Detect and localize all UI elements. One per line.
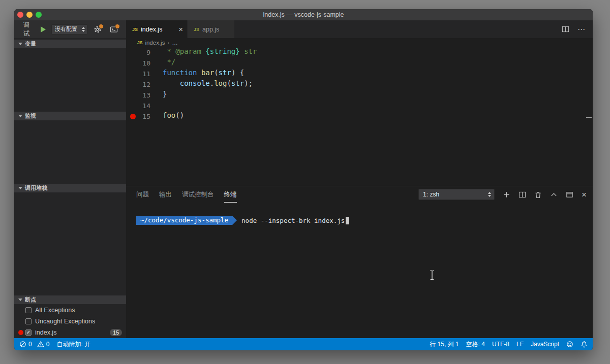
terminal-select-value: 1: zsh bbox=[423, 191, 488, 198]
eol-status[interactable]: LF bbox=[516, 341, 524, 348]
debug-console-button[interactable] bbox=[110, 25, 118, 34]
javascript-file-icon: JS bbox=[194, 27, 199, 32]
checkbox-unchecked[interactable] bbox=[25, 318, 32, 324]
mouse-cursor bbox=[429, 270, 436, 281]
line-number[interactable]: 14 bbox=[126, 101, 150, 111]
split-editor-button[interactable] bbox=[562, 25, 569, 33]
code-line[interactable] bbox=[163, 101, 583, 111]
line-number[interactable]: 12 bbox=[126, 79, 150, 90]
bottom-panel: 问题 输出 调试控制台 终端 1: zsh bbox=[126, 186, 593, 338]
select-stepper-icon bbox=[82, 27, 85, 32]
bell-icon bbox=[581, 341, 588, 348]
section-title: 调用堆栈 bbox=[25, 184, 47, 192]
editor-tab-app-js[interactable]: JS app.js bbox=[188, 20, 234, 38]
breadcrumb[interactable]: JS index.js › … bbox=[126, 38, 593, 47]
code-line[interactable]: console.log(str); bbox=[163, 79, 583, 90]
section-variables[interactable]: 变量 bbox=[14, 40, 126, 48]
breakpoint-item-index-js[interactable]: ✓ index.js 15 bbox=[14, 327, 126, 338]
gear-notification-badge bbox=[99, 24, 104, 29]
panel-layout-icon bbox=[566, 191, 573, 198]
code-token bbox=[197, 69, 201, 77]
code-line[interactable]: foo() bbox=[163, 111, 583, 122]
code-token bbox=[163, 79, 180, 87]
line-number-text: 11 bbox=[142, 70, 150, 78]
debug-config-select[interactable]: 没有配置 bbox=[51, 24, 87, 35]
more-actions-button[interactable]: ⋯ bbox=[577, 25, 586, 34]
code-token: function bbox=[163, 69, 197, 77]
panel-tab-terminal[interactable]: 终端 bbox=[224, 186, 237, 203]
code-token: */ bbox=[163, 58, 175, 66]
error-count: 0 bbox=[28, 341, 32, 348]
panel-tab-output[interactable]: 输出 bbox=[159, 186, 172, 203]
breakpoint-label: index.js bbox=[35, 329, 56, 336]
close-tab-icon[interactable]: × bbox=[178, 25, 183, 33]
breakpoint-dot-icon[interactable] bbox=[130, 114, 136, 119]
line-number[interactable]: 13 bbox=[126, 90, 150, 101]
split-terminal-button[interactable] bbox=[518, 191, 526, 198]
code-token: str bbox=[219, 69, 231, 77]
editor-tab-index-js[interactable]: JS index.js × bbox=[126, 20, 187, 38]
panel-tab-debug-console[interactable]: 调试控制台 bbox=[182, 186, 214, 203]
chevron-up-icon bbox=[550, 191, 558, 198]
section-watch[interactable]: 监视 bbox=[14, 112, 126, 120]
notifications-bell-button[interactable] bbox=[581, 341, 588, 348]
tab-label: app.js bbox=[202, 26, 230, 33]
section-title: 变量 bbox=[25, 40, 36, 48]
start-debugging-button[interactable] bbox=[40, 26, 46, 33]
configure-gear-button[interactable] bbox=[94, 25, 102, 34]
breakpoint-item-all-exceptions[interactable]: All Exceptions bbox=[14, 305, 126, 316]
line-number[interactable]: 11 bbox=[126, 69, 150, 79]
terminal-select[interactable]: 1: zsh bbox=[418, 189, 495, 200]
kill-terminal-button[interactable] bbox=[534, 191, 542, 198]
trash-icon bbox=[534, 191, 542, 198]
checkbox-checked[interactable]: ✓ bbox=[25, 329, 32, 336]
line-number[interactable]: 15 bbox=[126, 111, 150, 122]
plus-icon bbox=[503, 191, 510, 198]
status-bar-left: 0 0 自动附加: 开 bbox=[19, 340, 90, 349]
section-call-stack[interactable]: 调用堆栈 bbox=[14, 184, 126, 192]
panel-tab-problems[interactable]: 问题 bbox=[136, 186, 149, 203]
new-terminal-button[interactable] bbox=[503, 191, 510, 198]
indentation-status[interactable]: 空格: 4 bbox=[466, 340, 485, 349]
encoding-status[interactable]: UTF-8 bbox=[492, 341, 509, 348]
code-token: bar bbox=[201, 69, 214, 77]
twistie-icon bbox=[18, 187, 22, 189]
cursor-position-status[interactable]: 行 15, 列 1 bbox=[430, 340, 459, 349]
checkbox-unchecked[interactable] bbox=[25, 307, 32, 313]
code-token: ); bbox=[244, 79, 253, 87]
breakpoint-item-uncaught-exceptions[interactable]: Uncaught Exceptions bbox=[14, 316, 126, 327]
debug-view-title: 调试 bbox=[23, 21, 35, 38]
code-line[interactable]: */ bbox=[163, 58, 583, 69]
editor-actions: ⋯ bbox=[562, 20, 593, 38]
code-token: ( bbox=[214, 69, 218, 77]
debug-toolbar: 调试 没有配置 bbox=[14, 20, 126, 38]
split-editor-icon bbox=[562, 25, 569, 33]
move-panel-button[interactable] bbox=[566, 191, 573, 198]
feedback-smiley-button[interactable] bbox=[566, 341, 573, 348]
auto-attach-status[interactable]: 自动附加: 开 bbox=[56, 340, 90, 349]
breakpoint-label: All Exceptions bbox=[35, 307, 75, 314]
terminal-line: ~/code/vscode-js-sample node --inspect-b… bbox=[136, 216, 593, 225]
debug-sidebar: 变量 监视 调用堆栈 断点 All Exceptions bbox=[14, 38, 126, 338]
section-breakpoints[interactable]: 断点 bbox=[14, 295, 126, 304]
language-mode-status[interactable]: JavaScript bbox=[531, 341, 559, 348]
code-line[interactable]: * @param {string} str bbox=[163, 47, 583, 58]
problems-status[interactable]: 0 0 bbox=[19, 341, 49, 348]
chevron-right-icon: › bbox=[167, 40, 169, 46]
terminal-content[interactable]: ~/code/vscode-js-sample node --inspect-b… bbox=[126, 203, 593, 338]
code-token: log bbox=[214, 79, 227, 87]
breakpoint-dot-icon bbox=[18, 330, 23, 335]
line-number-text: 9 bbox=[146, 49, 150, 56]
twistie-icon bbox=[18, 115, 22, 117]
line-number[interactable]: 10 bbox=[126, 58, 150, 69]
code-line[interactable]: } bbox=[163, 90, 583, 101]
maximize-panel-button[interactable] bbox=[550, 191, 558, 198]
code-line[interactable]: function bar(str) { bbox=[163, 69, 583, 79]
line-number[interactable]: 9 bbox=[126, 47, 150, 58]
code-token: . bbox=[210, 79, 214, 87]
code-token: () bbox=[175, 111, 184, 119]
header-row: 调试 没有配置 bbox=[14, 20, 593, 38]
checkmark-icon: ✓ bbox=[26, 330, 30, 335]
close-panel-button[interactable]: × bbox=[582, 190, 587, 199]
breakpoint-dot-slot bbox=[17, 330, 24, 335]
